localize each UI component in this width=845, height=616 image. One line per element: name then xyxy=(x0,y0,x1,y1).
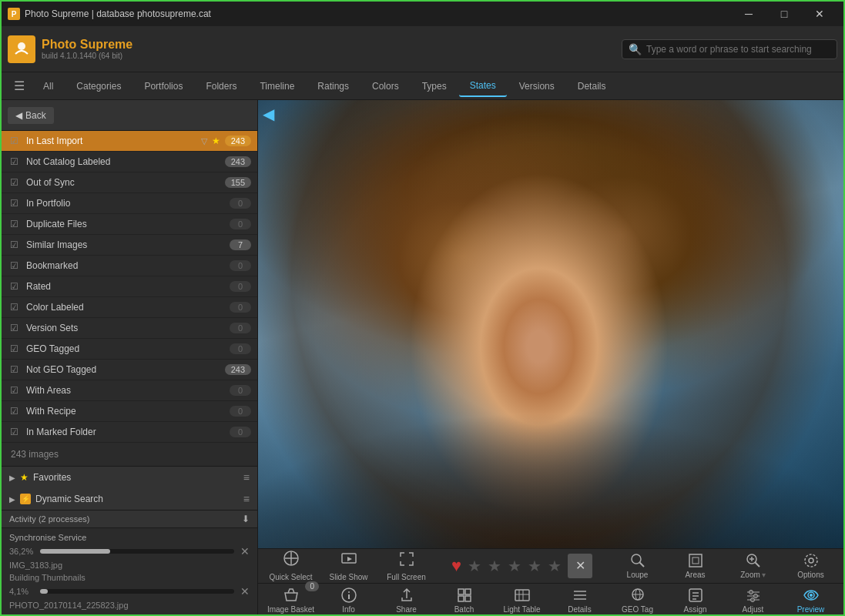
state-checkbox[interactable]: ☑ xyxy=(8,363,20,376)
state-item-version-sets[interactable]: ☑ Version Sets 0 xyxy=(2,318,257,339)
state-item-duplicate-files[interactable]: ☑ Duplicate Files 0 xyxy=(2,214,257,235)
reject-button[interactable]: ✕ xyxy=(568,554,592,578)
share-button[interactable]: Share xyxy=(381,584,431,616)
svg-point-42 xyxy=(750,598,754,602)
state-checkbox[interactable]: ☑ xyxy=(8,259,20,272)
full-screen-button[interactable]: Full Screen xyxy=(381,550,431,582)
areas-button[interactable]: Areas xyxy=(670,550,720,582)
hamburger-menu[interactable]: ☰ xyxy=(8,75,31,96)
details-button[interactable]: Details xyxy=(555,584,605,616)
state-checkbox[interactable]: ☑ xyxy=(8,405,20,417)
state-item-color-labeled[interactable]: ☑ Color Labeled 0 xyxy=(2,297,257,318)
state-item-out-of-sync[interactable]: ☑ Out of Sync 155 xyxy=(2,172,257,193)
favorites-menu-icon[interactable]: ≡ xyxy=(243,471,250,484)
star-4[interactable]: ★ xyxy=(528,557,542,575)
progress-bar-1 xyxy=(40,549,110,554)
state-checkbox[interactable]: ☑ xyxy=(8,176,20,189)
state-checkbox[interactable]: ☑ xyxy=(8,239,20,251)
state-item-geo-tagged[interactable]: ☑ GEO Tagged 0 xyxy=(2,339,257,360)
state-checkbox[interactable]: ☑ xyxy=(8,343,20,355)
activity-arrow-icon[interactable]: ⬇ xyxy=(242,514,250,524)
state-item-similar-images[interactable]: ☑ Similar Images 7 xyxy=(2,235,257,256)
adjust-button[interactable]: Adjust xyxy=(728,584,778,616)
dynamic-search-panel-header[interactable]: ▶ ⚡ Dynamic Search ≡ xyxy=(2,488,257,510)
state-item-in-last-import[interactable]: ☑ In Last Import ▽ ★ 243 xyxy=(2,131,257,152)
tab-types[interactable]: Types xyxy=(411,76,458,96)
search-input[interactable] xyxy=(646,44,816,55)
progress-bar-wrap-2 xyxy=(40,589,234,594)
state-label: Similar Images xyxy=(26,239,230,250)
star-1[interactable]: ★ xyxy=(468,557,481,575)
heart-icon[interactable]: ♥ xyxy=(451,556,461,576)
tab-categories[interactable]: Categories xyxy=(65,76,132,96)
svg-point-14 xyxy=(809,558,813,563)
favorites-panel-header[interactable]: ▶ ★ Favorites ≡ xyxy=(2,467,257,488)
minimize-button[interactable]: ─ xyxy=(731,2,766,26)
state-checkbox[interactable]: ☑ xyxy=(8,218,20,230)
search-box[interactable]: 🔍 xyxy=(622,39,837,59)
state-item-with-areas[interactable]: ☑ With Areas 0 xyxy=(2,380,257,401)
info-button[interactable]: Info xyxy=(324,584,374,616)
quick-select-label: Quick Select xyxy=(269,573,312,581)
svg-point-18 xyxy=(348,591,350,593)
state-item-in-marked-folder[interactable]: ☑ In Marked Folder 0 xyxy=(2,422,257,443)
state-checkbox[interactable]: ☑ xyxy=(8,280,20,293)
state-checkbox[interactable]: ☑ xyxy=(8,135,20,147)
star-2[interactable]: ★ xyxy=(488,557,501,575)
state-label: In Marked Folder xyxy=(26,427,230,437)
state-checkbox[interactable]: ☑ xyxy=(8,426,20,438)
svg-line-7 xyxy=(639,563,644,567)
progress-close-2[interactable]: ✕ xyxy=(240,585,250,598)
state-checkbox[interactable]: ☑ xyxy=(8,301,20,313)
tab-folders[interactable]: Folders xyxy=(195,76,247,96)
svg-point-0 xyxy=(18,42,25,50)
state-item-not-catalog-labeled[interactable]: ☑ Not Catalog Labeled 243 xyxy=(2,152,257,172)
state-checkbox[interactable]: ☑ xyxy=(8,384,20,397)
tab-portfolios[interactable]: Portfolios xyxy=(133,76,193,96)
state-checkbox[interactable]: ☑ xyxy=(8,156,20,168)
image-basket-button[interactable]: Image Basket 0 xyxy=(266,584,316,616)
tab-timeline[interactable]: Timeline xyxy=(249,76,305,96)
maximize-button[interactable]: □ xyxy=(766,2,802,26)
state-item-bookmarked[interactable]: ☑ Bookmarked 0 xyxy=(2,256,257,276)
zoom-button[interactable]: Zoom ▾ xyxy=(728,550,778,582)
back-button[interactable]: ◀ Back xyxy=(8,107,54,124)
loupe-button[interactable]: Loupe xyxy=(612,550,662,582)
window-controls: ─ □ ✕ xyxy=(731,2,837,26)
state-label: GEO Tagged xyxy=(26,343,230,354)
nav-arrow[interactable]: ◀ xyxy=(263,105,274,123)
assign-button[interactable]: Assign xyxy=(670,584,720,616)
close-button[interactable]: ✕ xyxy=(802,2,837,26)
dynamic-search-menu-icon[interactable]: ≡ xyxy=(243,493,250,505)
state-checkbox[interactable]: ☑ xyxy=(8,322,20,334)
state-item-rated[interactable]: ☑ Rated 0 xyxy=(2,276,257,297)
tab-colors[interactable]: Colors xyxy=(361,76,410,96)
tab-ratings[interactable]: Ratings xyxy=(307,76,360,96)
options-button[interactable]: Options xyxy=(786,550,836,582)
light-table-button[interactable]: Light Table xyxy=(497,584,547,616)
titlebar-left: P Photo Supreme | database photosupreme.… xyxy=(8,8,211,20)
logo-text: Photo Supreme build 4.1.0.1440 (64 bit) xyxy=(42,38,132,60)
geo-tag-button[interactable]: GEO Tag xyxy=(612,584,662,616)
state-checkbox[interactable]: ☑ xyxy=(8,197,20,209)
preview-button[interactable]: Preview xyxy=(786,584,836,616)
state-count: 7 xyxy=(230,239,251,250)
progress-bar-2 xyxy=(40,589,48,594)
star-3[interactable]: ★ xyxy=(508,557,521,575)
state-item-not-geo-tagged[interactable]: ☑ Not GEO Tagged 243 xyxy=(2,360,257,380)
star-5[interactable]: ★ xyxy=(548,557,562,575)
tab-all[interactable]: All xyxy=(32,76,64,96)
tab-details[interactable]: Details xyxy=(567,76,617,96)
progress-percent-2: 4,1% xyxy=(9,587,34,596)
slide-show-button[interactable]: Slide Show xyxy=(324,550,374,582)
tab-states[interactable]: States xyxy=(459,75,507,97)
progress-close-1[interactable]: ✕ xyxy=(240,545,250,557)
search-icon: 🔍 xyxy=(629,43,642,55)
state-item-with-recipe[interactable]: ☑ With Recipe 0 xyxy=(2,401,257,422)
sidebar: ◀ Back ☑ In Last Import ▽ ★ 243 ☑ Not Ca… xyxy=(2,100,258,616)
tab-versions[interactable]: Versions xyxy=(508,76,565,96)
quick-select-button[interactable]: Quick Select xyxy=(266,550,316,582)
state-count: 0 xyxy=(230,219,251,229)
state-item-in-portfolio[interactable]: ☑ In Portfolio 0 xyxy=(2,193,257,214)
batch-button[interactable]: Batch xyxy=(439,584,489,616)
